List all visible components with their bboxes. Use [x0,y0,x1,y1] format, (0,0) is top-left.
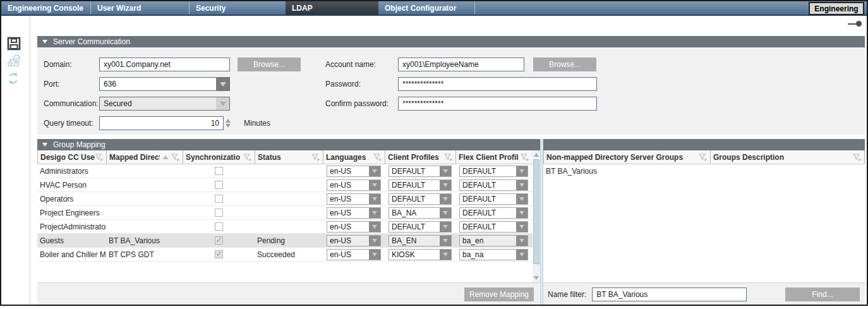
table-row[interactable]: Project Engineers en-US BA_NA DEFAULT [37,206,533,220]
client-profile-dropdown[interactable]: BA_EN [389,235,452,246]
client-profile-dropdown[interactable]: DEFAULT [389,179,452,191]
column-header-status[interactable]: Status [255,150,323,164]
tab-ldap-active[interactable]: LDAP [286,1,378,15]
column-header-groups-description[interactable]: Groups Description [710,150,865,164]
synchronization-checkbox[interactable] [215,181,223,189]
confirm-password-input[interactable]: ************** [398,97,597,111]
tab-object-configurator[interactable]: Object Configurator [378,1,475,15]
dropdown-arrow-button[interactable] [369,166,380,176]
filter-funnel-icon[interactable] [373,154,382,161]
password-input[interactable]: ************** [398,77,597,91]
scroll-up-icon[interactable] [534,153,539,157]
language-dropdown[interactable]: en-US [327,235,381,246]
flex-profile-dropdown[interactable]: DEFAULT [459,221,528,233]
table-row[interactable]: BT BA_Various [543,164,865,178]
language-dropdown[interactable]: en-US [327,249,381,260]
dropdown-arrow-button[interactable] [369,250,380,260]
dropdown-arrow-button[interactable] [440,222,451,232]
client-profile-dropdown[interactable]: BA_NA [389,207,452,219]
dropdown-arrow-button[interactable] [516,194,527,204]
dropdown-arrow-button[interactable] [516,222,527,232]
tab-engineering-console[interactable]: Engineering Console [1,1,91,15]
dropdown-arrow-button[interactable] [516,208,527,218]
synchronization-checkbox[interactable] [215,222,223,231]
flex-profile-dropdown[interactable]: DEFAULT [459,179,528,191]
client-profile-dropdown[interactable]: DEFAULT [389,193,452,205]
language-dropdown[interactable]: en-US [327,179,381,191]
filter-funnel-icon[interactable] [444,154,453,161]
tab-engineering-mode[interactable]: Engineering [809,2,864,15]
dropdown-arrow-button[interactable] [440,180,451,190]
filter-funnel-icon[interactable] [521,154,529,161]
synchronization-checkbox[interactable] [215,236,223,245]
dropdown-arrow-button[interactable] [440,194,451,204]
vertical-scrollbar[interactable] [533,150,540,282]
filter-funnel-icon[interactable] [95,154,104,161]
language-dropdown[interactable]: en-US [327,221,381,233]
table-row[interactable]: Operators en-US DEFAULT DEFAULT [37,192,533,206]
dropdown-arrow-button[interactable] [516,166,527,176]
dropdown-arrow-button[interactable] [216,78,229,90]
column-header-synchronization[interactable]: Synchronizatio [183,150,255,164]
synchronization-checkbox[interactable] [215,167,223,175]
filter-funnel-icon[interactable] [699,154,708,161]
dropdown-arrow-button[interactable] [369,194,380,204]
refresh-sync-icon[interactable] [7,72,21,86]
column-header-client-profiles[interactable]: Client Profiles [385,150,455,164]
dropdown-arrow-button[interactable] [516,236,527,246]
dropdown-arrow-button[interactable] [516,180,527,190]
column-header-non-mapped-groups[interactable]: Non-mapped Directory Server Groups [543,150,710,164]
flex-profile-dropdown[interactable]: ba_na [459,249,528,260]
column-header-flex-client-profiles[interactable]: Flex Client Profil [455,150,532,164]
spinner-up-icon[interactable] [226,119,231,123]
synchronization-checkbox[interactable] [215,250,223,258]
server-communication-header[interactable]: Server Communication [37,36,865,47]
dropdown-arrow-button[interactable] [440,208,451,218]
table-row[interactable]: Administrators en-US DEFAULT DEFAULT [37,164,533,178]
flex-profile-dropdown[interactable]: DEFAULT [459,166,528,177]
client-profile-dropdown[interactable]: DEFAULT [389,166,452,177]
filter-funnel-icon[interactable] [311,154,320,161]
collapse-pin-handle[interactable] [848,21,862,27]
synchronization-checkbox[interactable] [215,195,223,203]
client-profile-dropdown[interactable]: DEFAULT [389,221,452,233]
port-dropdown[interactable]: 636 [99,77,230,91]
spinner-down-icon[interactable] [226,124,231,128]
language-dropdown[interactable]: en-US [327,193,381,205]
remove-mapping-button[interactable]: Remove Mapping [464,288,534,301]
dropdown-arrow-button[interactable] [516,250,527,260]
table-row-selected[interactable]: Guests BT BA_Various Pending en-US BA_EN… [37,234,533,248]
domain-browse-button[interactable]: Browse... [238,58,301,71]
synchronization-checkbox[interactable] [215,209,223,217]
dropdown-arrow-button[interactable] [369,180,380,190]
communication-dropdown[interactable]: Secured [99,97,230,111]
dropdown-arrow-button[interactable] [440,250,451,260]
dropdown-arrow-button[interactable] [440,166,451,176]
scrollbar-thumb[interactable] [533,159,539,264]
filter-funnel-icon[interactable] [171,154,180,161]
tab-security[interactable]: Security [190,1,286,15]
name-filter-input[interactable]: BT BA_Various [592,288,747,301]
column-header-mapped-directory[interactable]: Mapped Directory [106,150,183,164]
save-icon[interactable] [7,37,21,51]
language-dropdown[interactable]: en-US [327,166,381,177]
language-dropdown[interactable]: en-US [327,207,381,219]
group-mapping-header[interactable]: Group Mapping [37,139,865,150]
column-header-languages[interactable]: Languages [323,150,385,164]
find-button[interactable]: Find... [785,288,860,301]
column-header-user-group[interactable]: Desigo CC User ( [37,150,106,164]
filter-funnel-icon[interactable] [853,154,862,161]
test-connection-icon[interactable] [7,54,21,68]
scroll-down-icon[interactable] [534,276,539,280]
table-row[interactable]: HVAC Person en-US DEFAULT DEFAULT [37,178,533,192]
table-row[interactable]: Boiler and Chiller Mng BT CPS GDT Succee… [37,248,533,262]
client-profile-dropdown[interactable]: KIOSK [389,249,452,260]
tab-user-wizard[interactable]: User Wizard [91,1,190,15]
dropdown-arrow-button[interactable] [369,222,380,232]
dropdown-arrow-button[interactable] [440,236,451,246]
flex-profile-dropdown[interactable]: DEFAULT [459,207,528,219]
query-timeout-input[interactable]: 10 [99,116,224,130]
account-browse-button[interactable]: Browse... [533,58,596,71]
domain-input[interactable]: xy001.Company.net [99,58,230,71]
flex-profile-dropdown[interactable]: ba_en [459,235,528,246]
